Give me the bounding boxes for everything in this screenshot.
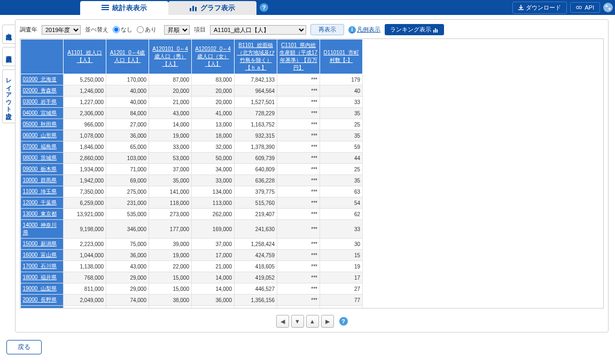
cell: 1,356,156 [235, 295, 277, 306]
cell: 19,000 [149, 250, 192, 261]
row-header[interactable]: 12000_千葉県 [21, 197, 64, 209]
row-header[interactable]: 09000_栃木県 [21, 164, 64, 175]
cell: 40 [320, 85, 363, 97]
cell: 1,227,000 [64, 97, 106, 108]
tab-graph[interactable]: グラフ表示 [168, 1, 256, 15]
sort-none-label: なし [121, 26, 133, 34]
table-row: 13000_東京都13,921,000535,000273,000262,000… [21, 209, 363, 220]
row-header[interactable]: 16000_富山県 [21, 250, 64, 261]
sort-yes-radio[interactable] [137, 26, 144, 33]
item-select[interactable]: A1101_総人口【人】 [210, 25, 306, 35]
cell: 1,246,000 [64, 85, 106, 97]
col-header[interactable]: B1101_総面積（北方地域及び竹島を除く）【ｈａ】 [235, 39, 277, 74]
legend-button[interactable]: i 凡例表示 [348, 26, 380, 34]
col-header[interactable]: A1201_0～4歳人口【人】 [106, 39, 149, 74]
cell: 25 [320, 119, 363, 130]
cell: 35,000 [149, 175, 192, 186]
cell: 36,000 [106, 130, 149, 141]
survey-year-select[interactable]: 2019年度 [42, 25, 81, 35]
download-button[interactable]: ダウンロード [512, 2, 567, 14]
row-header[interactable]: 19000_山梨県 [21, 283, 64, 295]
row-header[interactable]: 05000_秋田県 [21, 119, 64, 130]
cell: 14,000 [149, 119, 192, 130]
svg-rect-10 [437, 29, 438, 33]
top-bar: 統計表表示 グラフ表示 ? ダウンロード API [0, 0, 615, 15]
table-scroll[interactable]: A1101_総人口【人】 A1201_0～4歳人口【人】 A120101_0～4… [20, 38, 604, 308]
row-header[interactable]: 01000_北海道 [21, 74, 64, 85]
cell: 20,000 [192, 85, 235, 97]
sort-order-select[interactable]: 昇順 [164, 25, 190, 35]
pager-right[interactable]: ▶ [321, 315, 334, 328]
side-tab-region[interactable]: 地域選択 › [2, 25, 15, 44]
row-header[interactable]: 02000_青森県 [21, 85, 64, 97]
cell: *** [277, 250, 320, 261]
sort-none-radio[interactable] [113, 26, 120, 33]
row-header[interactable]: 06000_山形県 [21, 130, 64, 141]
cell: 177,000 [149, 220, 192, 239]
ranking-button[interactable]: ランキング表示 [385, 24, 444, 35]
cell: 63 [320, 186, 363, 197]
cell: 346,000 [106, 220, 149, 239]
table-row: 10000_群馬県1,942,00069,00035,00033,000636,… [21, 175, 363, 186]
collapse-button[interactable] [603, 3, 613, 12]
row-header[interactable]: 13000_東京都 [21, 209, 64, 220]
cell: 33 [320, 220, 363, 239]
cell: *** [277, 130, 320, 141]
cell: 2,860,000 [64, 153, 106, 164]
cell: 13,000 [192, 119, 235, 130]
side-tab-layout[interactable]: レイアウト設定 › [2, 69, 15, 123]
svg-point-6 [577, 6, 579, 9]
row-header[interactable]: 04000_宮城県 [21, 108, 64, 119]
col-header[interactable]: D110101_市町村数【‐】 [320, 39, 363, 74]
data-table: A1101_総人口【人】 A1201_0～4歳人口【人】 A120101_0～4… [20, 39, 363, 308]
row-header[interactable]: 03000_岩手県 [21, 97, 64, 108]
cell: *** [277, 209, 320, 220]
col-header[interactable]: A120101_0～4歳人口（男）【人】 [149, 39, 192, 74]
cell: 2,223,000 [64, 239, 106, 250]
col-header[interactable]: A120102_0～4歳人口（女）【人】 [192, 39, 235, 74]
row-header[interactable]: 21000_岐阜県 [21, 306, 64, 309]
content-panel: 調査年 2019年度 並べ替え なし あり 昇順 項目 A1101_総人口【人】… [15, 19, 609, 333]
cell: 170,000 [106, 74, 149, 85]
svg-rect-4 [192, 6, 194, 11]
pager-left[interactable]: ◀ [276, 315, 289, 328]
row-header[interactable]: 18000_福井県 [21, 272, 64, 283]
cell: *** [277, 197, 320, 209]
tab-stat-table[interactable]: 統計表表示 [80, 1, 168, 15]
cell: 535,000 [106, 209, 149, 220]
row-header[interactable]: 17000_石川県 [21, 261, 64, 272]
table-row: 08000_茨城県2,860,000103,00053,00050,000609… [21, 153, 363, 164]
side-tab-item[interactable]: 表示項目選択 › [2, 47, 15, 66]
row-header[interactable]: 20000_長野県 [21, 295, 64, 306]
pager-down[interactable]: ▼ [291, 315, 304, 328]
sort-label: 並べ替え [85, 26, 108, 34]
col-header[interactable]: C1101_県内総生産額（平成17年基準）【百万円】 [277, 39, 320, 74]
back-button[interactable]: 戻る [6, 340, 42, 354]
col-header[interactable]: A1101_総人口【人】 [64, 39, 106, 74]
cell: 273,000 [149, 209, 192, 220]
table-row: 04000_宮城県2,306,00084,00043,00041,000728,… [21, 108, 363, 119]
cell: 20,000 [149, 85, 192, 97]
cell: *** [277, 108, 320, 119]
cell: 15,000 [149, 283, 192, 295]
redisplay-button[interactable]: 再表示 [310, 24, 344, 35]
row-header[interactable]: 14000_神奈川県 [21, 220, 64, 239]
row-header[interactable]: 08000_茨城県 [21, 153, 64, 164]
cell: 13,921,000 [64, 209, 106, 220]
cell: 419,052 [235, 272, 277, 283]
pager-up[interactable]: ▲ [306, 315, 319, 328]
cell: 7,842,133 [235, 74, 277, 85]
row-header[interactable]: 15000_新潟県 [21, 239, 64, 250]
row-header[interactable]: 11000_埼玉県 [21, 186, 64, 197]
chevron-right-icon: › [7, 30, 10, 39]
top-help[interactable]: ? [256, 0, 271, 15]
pager-help[interactable]: ? [339, 317, 348, 326]
cell: 2,306,000 [64, 108, 106, 119]
row-header[interactable]: 07000_福島県 [21, 141, 64, 153]
cell: 37,000 [192, 239, 235, 250]
api-button[interactable]: API [570, 2, 600, 13]
cell: 118,000 [149, 197, 192, 209]
cell: 36,000 [192, 295, 235, 306]
row-header[interactable]: 10000_群馬県 [21, 175, 64, 186]
cell: 2,049,000 [64, 295, 106, 306]
